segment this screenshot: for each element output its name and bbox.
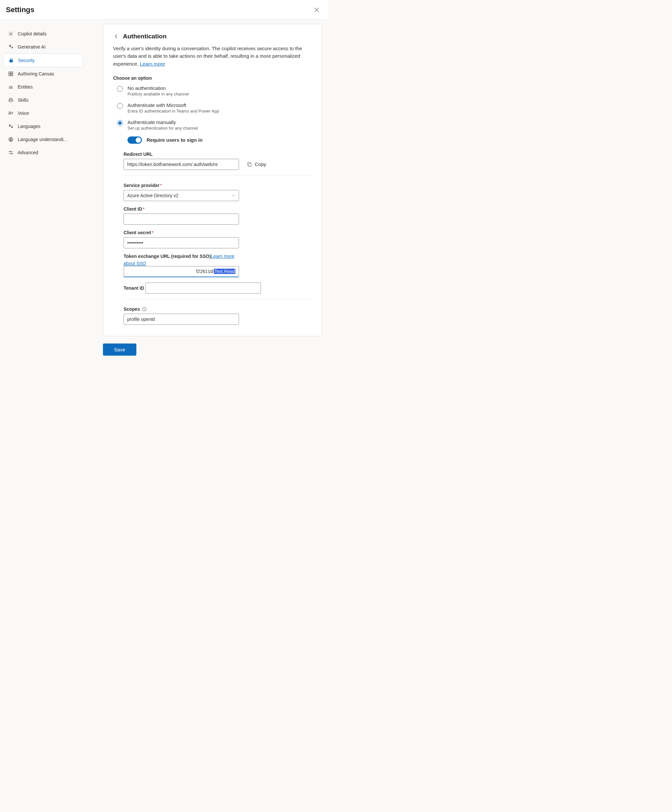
client-id-input[interactable] xyxy=(124,213,239,225)
redirect-url-label: Redirect URL xyxy=(124,152,153,157)
sidebar-item-copilot-details[interactable]: Copilot details xyxy=(3,27,83,40)
svg-rect-1 xyxy=(9,72,10,73)
sidebar-item-security[interactable]: Security xyxy=(3,53,83,67)
radio-sublabel: Publicly available in any channel xyxy=(128,92,189,96)
sidebar-item-languages[interactable]: Languages xyxy=(3,120,83,133)
learn-more-link[interactable]: Learn more xyxy=(140,61,165,67)
sidebar-item-advanced[interactable]: Advanced xyxy=(3,146,83,159)
radio-icon xyxy=(117,86,123,92)
radio-label: No authentication xyxy=(128,85,189,91)
translate-icon xyxy=(8,123,14,129)
client-secret-input[interactable] xyxy=(124,237,239,248)
token-exchange-label: Token exchange URL (required for SSO) xyxy=(124,254,211,259)
sidebar-item-label: Languages xyxy=(18,124,40,129)
sparkle-icon xyxy=(8,44,14,50)
sidebar-item-label: Entities xyxy=(18,84,33,90)
sidebar-item-voice[interactable]: Voice xyxy=(3,107,83,120)
sidebar-item-label: Skills xyxy=(18,97,29,103)
client-secret-label: Client secret xyxy=(124,230,151,235)
radio-authenticate-microsoft[interactable]: Authenticate with Microsoft Entra ID aut… xyxy=(117,102,312,114)
sidebar-item-label: Language understandi... xyxy=(18,137,67,142)
page-title: Settings xyxy=(6,5,34,14)
client-id-label: Client ID xyxy=(124,206,142,212)
close-icon xyxy=(314,7,319,12)
divider xyxy=(124,175,312,176)
choose-option-label: Choose an option xyxy=(113,75,312,81)
svg-point-0 xyxy=(10,33,12,34)
settings-sidebar: Copilot details Generative AI Security A… xyxy=(3,24,83,159)
svg-rect-3 xyxy=(9,74,10,76)
divider xyxy=(124,299,312,299)
sidebar-item-label: Voice xyxy=(18,111,29,116)
selected-text: Test.Read xyxy=(214,269,235,274)
radio-sublabel: Entra ID authentication in Teams and Pow… xyxy=(128,109,219,114)
require-signin-toggle[interactable] xyxy=(128,136,142,144)
chevron-left-icon xyxy=(114,34,119,39)
svg-point-9 xyxy=(12,153,12,154)
entity-icon xyxy=(8,84,14,90)
tenant-id-input[interactable] xyxy=(146,283,261,293)
svg-point-6 xyxy=(9,112,11,114)
section-description: Verify a user's identity during a conver… xyxy=(113,44,312,68)
sidebar-item-generative-ai[interactable]: Generative AI xyxy=(3,40,83,53)
back-button[interactable] xyxy=(113,33,120,40)
scopes-label: Scopes xyxy=(124,306,140,312)
sidebar-item-skills[interactable]: Skills xyxy=(3,94,83,107)
copy-button[interactable]: Copy xyxy=(245,160,268,168)
sidebar-item-label: Security xyxy=(18,58,35,63)
sidebar-item-label: Generative AI xyxy=(18,44,46,49)
save-button[interactable]: Save xyxy=(103,343,136,356)
svg-rect-10 xyxy=(249,164,252,166)
radio-no-authentication[interactable]: No authentication Publicly available in … xyxy=(117,85,312,96)
radio-authenticate-manually[interactable]: Authenticate manually Set up authenticat… xyxy=(117,119,312,131)
radio-sublabel: Set up authentication for any channel xyxy=(128,126,198,131)
service-provider-label: Service provider xyxy=(124,183,160,188)
info-icon[interactable] xyxy=(142,307,147,312)
close-button[interactable] xyxy=(311,5,322,15)
section-title: Authentication xyxy=(123,33,167,40)
sidebar-item-authoring-canvas[interactable]: Authoring Canvas xyxy=(3,67,83,80)
radio-icon xyxy=(117,103,123,109)
radio-label: Authenticate with Microsoft xyxy=(128,102,219,108)
globe-icon xyxy=(8,136,14,142)
settings-header: Settings xyxy=(0,0,328,19)
gear-icon xyxy=(8,31,14,37)
briefcase-icon xyxy=(8,97,14,103)
chevron-down-icon xyxy=(231,194,235,198)
sidebar-item-label: Copilot details xyxy=(18,31,46,36)
svg-point-8 xyxy=(10,151,11,152)
service-provider-select[interactable]: Azure Active Directory v2 xyxy=(124,190,239,201)
voice-icon xyxy=(8,110,14,116)
toggle-label: Require users to sign in xyxy=(146,137,202,143)
scopes-input[interactable] xyxy=(124,314,239,325)
radio-label: Authenticate manually xyxy=(128,119,198,125)
grid-icon xyxy=(8,71,14,77)
redirect-url-input[interactable] xyxy=(124,159,239,170)
sliders-icon xyxy=(8,150,14,155)
tenant-id-label: Tenant ID xyxy=(124,285,144,291)
sidebar-item-label: Authoring Canvas xyxy=(18,71,54,77)
sidebar-item-label: Advanced xyxy=(18,150,38,155)
sidebar-item-entities[interactable]: Entities xyxy=(3,80,83,94)
sidebar-item-language-understanding[interactable]: Language understandi... xyxy=(3,133,83,146)
token-exchange-input[interactable]: f22611d/Test.Read xyxy=(124,266,239,277)
svg-rect-4 xyxy=(11,74,13,76)
copy-icon xyxy=(247,162,252,167)
authentication-panel: Authentication Verify a user's identity … xyxy=(103,24,322,336)
radio-icon xyxy=(117,120,123,126)
lock-icon xyxy=(8,57,14,63)
svg-rect-2 xyxy=(11,72,13,73)
